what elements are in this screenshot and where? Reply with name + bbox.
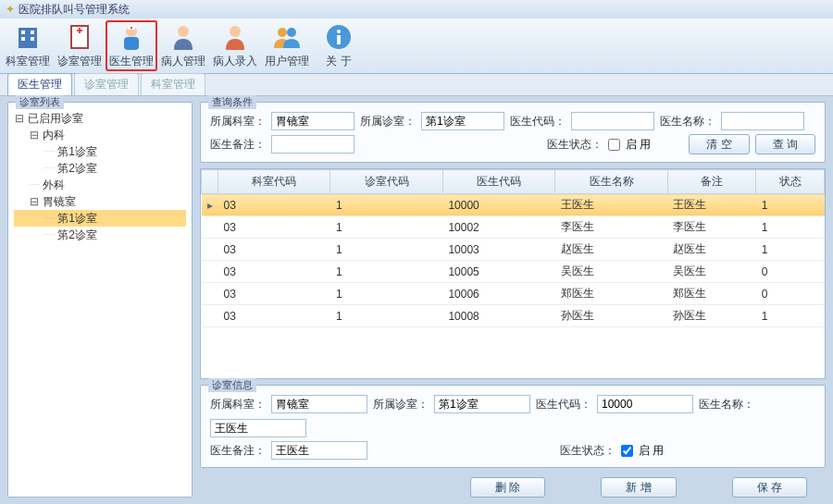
cell: 03: [218, 261, 330, 283]
cell: 吴医生: [667, 261, 756, 283]
clear-button[interactable]: 清 空: [689, 134, 749, 154]
doc-name-input[interactable]: [721, 112, 804, 130]
table-row[interactable]: 03110002李医生李医生1: [202, 216, 825, 239]
grid-header[interactable]: 科室代码: [218, 170, 330, 194]
cell: 1: [330, 194, 442, 216]
cell: 1: [756, 239, 825, 261]
cell: 1: [330, 283, 442, 305]
remark-input[interactable]: [271, 135, 354, 154]
tree-label: 已启用诊室: [28, 112, 83, 125]
dept-input[interactable]: [271, 112, 354, 130]
tree-node[interactable]: ┈ 第1诊室: [14, 210, 186, 227]
cell: 03: [218, 194, 330, 216]
toggle-icon[interactable]: ⊟: [14, 110, 25, 127]
status-checkbox[interactable]: [608, 139, 620, 151]
doc-code-input[interactable]: [571, 112, 654, 130]
tree-node[interactable]: ⊟ 内科: [14, 127, 186, 143]
toolbar-patient-entry[interactable]: 病人录入: [209, 20, 261, 71]
cell: 1: [756, 194, 825, 216]
svg-point-15: [287, 28, 296, 37]
d-code-label: 医生代码：: [536, 397, 591, 412]
table-row[interactable]: ▸03110000王医生王医生1: [202, 194, 825, 216]
grid-header[interactable]: 备注: [667, 170, 756, 194]
room-tree[interactable]: ⊟ 已启用诊室⊟ 内科┈ 第1诊室┈ 第2诊室┈ 外科⊟ 胃镜室┈ 第1诊室┈ …: [12, 108, 188, 245]
cell: 0: [756, 283, 825, 305]
d-room-input[interactable]: [434, 395, 530, 413]
d-status-chk-label: 启 用: [639, 443, 664, 459]
add-button[interactable]: 新 增: [601, 477, 676, 498]
grid-header[interactable]: 诊室代码: [330, 170, 442, 194]
tree-node[interactable]: ┈ 外科: [14, 177, 186, 193]
cell: 10006: [442, 283, 554, 305]
cell: 赵医生: [667, 239, 756, 261]
cell: 王医生: [667, 194, 756, 216]
sidebar-title: 诊室列表: [16, 95, 64, 109]
tree-node[interactable]: ⊟ 胃镜室: [14, 193, 186, 210]
tree-node[interactable]: ┈ 第1诊室: [14, 143, 186, 160]
room-input[interactable]: [421, 112, 504, 130]
d-status-checkbox[interactable]: [621, 445, 633, 457]
cell: 1: [756, 305, 825, 327]
doc-icon: [65, 22, 94, 52]
toolbar-doctor-manage[interactable]: 医生管理: [106, 20, 157, 71]
toolbar-about[interactable]: 关 于: [313, 20, 365, 71]
d-name-input[interactable]: [210, 419, 306, 437]
svg-rect-18: [337, 35, 341, 44]
cell: 孙医生: [667, 305, 756, 327]
cell: 0: [756, 261, 825, 283]
d-dept-input[interactable]: [271, 395, 367, 413]
svg-point-13: [230, 26, 241, 37]
cell: 03: [218, 305, 330, 327]
subtab-2[interactable]: 科室管理: [141, 73, 205, 95]
cell: 吴医生: [555, 261, 667, 283]
subtabs: 医生管理诊室管理科室管理: [0, 74, 833, 96]
grid-header[interactable]: 医生名称: [555, 170, 667, 194]
tree-node[interactable]: ┈ 第2诊室: [14, 227, 186, 243]
cell: 10005: [442, 261, 554, 283]
doc-name-label: 医生名称：: [660, 114, 715, 129]
cell: 1: [330, 261, 442, 283]
save-button[interactable]: 保 存: [732, 477, 807, 498]
cell: 郑医生: [667, 283, 756, 305]
toggle-icon[interactable]: ⊟: [29, 193, 40, 210]
table-row[interactable]: 03110003赵医生赵医生1: [202, 239, 825, 261]
row-marker: ▸: [202, 194, 218, 216]
toolbar-user-manage[interactable]: 用户管理: [261, 20, 313, 71]
tree-label: 胃镜室: [43, 195, 76, 208]
svg-rect-9: [124, 37, 139, 50]
cell: 1: [756, 216, 825, 239]
doctor-icon: [117, 22, 146, 52]
grid-header[interactable]: 医生代码: [442, 170, 554, 194]
toolbar-label: 用户管理: [265, 54, 309, 69]
tree-label: 第1诊室: [57, 145, 97, 158]
tree-node[interactable]: ⊟ 已启用诊室: [14, 110, 186, 127]
cell: 赵医生: [555, 239, 667, 261]
cell: 03: [218, 216, 330, 239]
subtab-1[interactable]: 诊室管理: [74, 73, 139, 95]
patient-icon: [168, 22, 198, 52]
cell: 1: [330, 305, 442, 327]
table-row[interactable]: 03110008孙医生孙医生1: [202, 305, 825, 327]
toolbar-dept-manage[interactable]: 科室管理: [2, 20, 54, 71]
doctor-grid[interactable]: 科室代码诊室代码医生代码医生名称备注状态 ▸03110000王医生王医生1031…: [201, 169, 825, 327]
tree-label: 内科: [43, 129, 65, 141]
app-icon: ✦: [6, 3, 15, 16]
toolbar-patient-manage[interactable]: 病人管理: [157, 20, 209, 71]
toggle-icon[interactable]: ⊟: [29, 127, 40, 143]
subtab-0[interactable]: 医生管理: [7, 73, 72, 95]
toolbar: 科室管理诊室管理医生管理病人管理病人录入用户管理关 于: [0, 18, 833, 74]
cell: 10000: [442, 194, 554, 216]
delete-button[interactable]: 删 除: [470, 477, 545, 498]
svg-rect-4: [31, 37, 34, 41]
grid-header[interactable]: 状态: [756, 170, 825, 194]
d-remark-input[interactable]: [271, 441, 367, 460]
tree-label: 第2诊室: [57, 162, 97, 175]
d-code-input[interactable]: [597, 395, 693, 413]
toolbar-room-manage[interactable]: 诊室管理: [54, 20, 106, 71]
tree-node[interactable]: ┈ 第2诊室: [14, 160, 186, 177]
table-row[interactable]: 03110005吴医生吴医生0: [202, 261, 825, 283]
dept-label: 所属科室：: [210, 114, 266, 129]
search-button[interactable]: 查 询: [755, 134, 815, 154]
status-chk-label: 启 用: [626, 137, 651, 153]
table-row[interactable]: 03110006郑医生郑医生0: [202, 283, 825, 305]
